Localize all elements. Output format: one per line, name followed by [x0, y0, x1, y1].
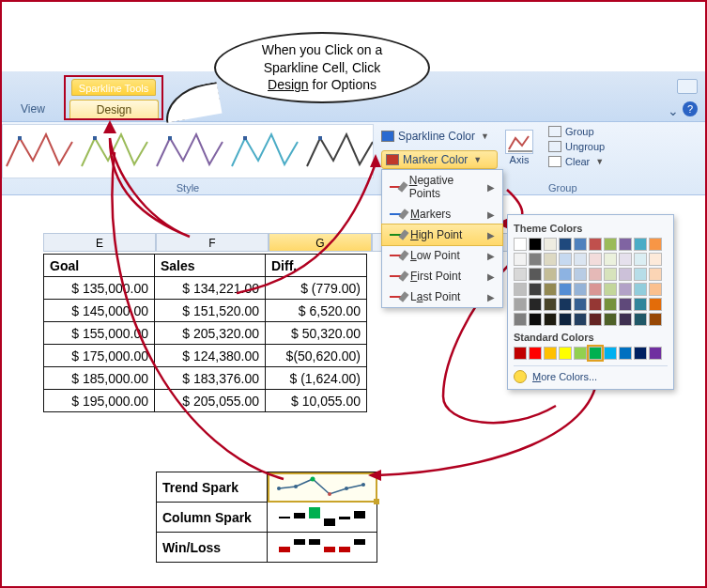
more-colors-button[interactable]: More Colors...	[514, 365, 668, 383]
theme-color-swatch[interactable]	[529, 298, 542, 311]
theme-color-swatch[interactable]	[604, 268, 617, 281]
theme-color-swatch[interactable]	[544, 283, 557, 296]
theme-color-swatch[interactable]	[514, 298, 527, 311]
trend-spark-label[interactable]: Trend Spark	[157, 472, 268, 503]
cell-goal[interactable]: $ 145,000.00	[44, 300, 155, 322]
theme-color-swatch[interactable]	[589, 238, 602, 251]
theme-color-swatch[interactable]	[559, 283, 572, 296]
theme-color-swatch[interactable]	[544, 313, 557, 326]
theme-color-swatch[interactable]	[574, 283, 587, 296]
theme-color-swatch[interactable]	[544, 268, 557, 281]
standard-color-swatch[interactable]	[559, 347, 572, 360]
theme-color-swatch[interactable]	[634, 283, 647, 296]
theme-color-swatch[interactable]	[544, 253, 557, 266]
theme-color-swatch[interactable]	[649, 313, 662, 326]
theme-color-swatch[interactable]	[634, 268, 647, 281]
standard-color-swatch[interactable]	[634, 347, 647, 360]
theme-color-swatch[interactable]	[529, 313, 542, 326]
theme-color-swatch[interactable]	[649, 283, 662, 296]
cell-goal[interactable]: $ 185,000.00	[44, 367, 155, 390]
menu-high-point[interactable]: High Point▶	[381, 224, 503, 246]
menu-low-point[interactable]: Low Point▶	[382, 245, 502, 266]
standard-color-swatch[interactable]	[649, 347, 662, 360]
column-header-E[interactable]: E	[43, 233, 156, 252]
standard-color-swatch[interactable]	[589, 347, 602, 360]
theme-color-swatch[interactable]	[544, 238, 557, 251]
theme-color-swatch[interactable]	[649, 298, 662, 311]
clear-button[interactable]: Clear▼	[548, 156, 605, 167]
theme-color-swatch[interactable]	[604, 283, 617, 296]
cell-diff[interactable]: $(50,620.00)	[266, 345, 367, 367]
theme-color-swatch[interactable]	[529, 268, 542, 281]
cell-sales[interactable]: $ 183,376.00	[155, 367, 266, 390]
theme-color-swatch[interactable]	[649, 238, 662, 251]
theme-color-swatch[interactable]	[559, 268, 572, 281]
theme-color-swatch[interactable]	[604, 253, 617, 266]
theme-color-swatch[interactable]	[529, 238, 542, 251]
theme-color-swatch[interactable]	[559, 253, 572, 266]
cell-diff[interactable]: $ 10,055.00	[266, 390, 367, 412]
theme-color-swatch[interactable]	[514, 268, 527, 281]
theme-color-swatch[interactable]	[604, 298, 617, 311]
menu-negative-points[interactable]: Negative Points▶	[382, 170, 502, 204]
theme-color-swatch[interactable]	[544, 298, 557, 311]
sparkline-color-dropdown[interactable]: Sparkline Color ▼	[381, 130, 489, 143]
theme-color-swatch[interactable]	[634, 313, 647, 326]
menu-markers[interactable]: Markers▶	[382, 204, 502, 224]
theme-color-swatch[interactable]	[514, 238, 527, 251]
winloss-cell[interactable]	[268, 533, 377, 563]
ungroup-button[interactable]: Ungroup	[548, 141, 605, 152]
theme-color-swatch[interactable]	[589, 283, 602, 296]
cell-sales[interactable]: $ 205,055.00	[155, 390, 266, 412]
theme-color-swatch[interactable]	[574, 238, 587, 251]
theme-color-swatch[interactable]	[529, 283, 542, 296]
cell-goal[interactable]: $ 175,000.00	[44, 345, 155, 367]
theme-color-swatch[interactable]	[574, 298, 587, 311]
theme-color-swatch[interactable]	[649, 253, 662, 266]
cell-sales[interactable]: $ 124,380.00	[155, 345, 266, 367]
theme-color-swatch[interactable]	[619, 253, 632, 266]
theme-color-swatch[interactable]	[604, 238, 617, 251]
theme-color-swatch[interactable]	[619, 283, 632, 296]
theme-color-swatch[interactable]	[619, 298, 632, 311]
theme-color-swatch[interactable]	[619, 313, 632, 326]
cell-goal[interactable]: $ 195,000.00	[44, 390, 155, 412]
theme-color-swatch[interactable]	[514, 283, 527, 296]
cell-diff[interactable]: $ 50,320.00	[266, 322, 367, 345]
winloss-label[interactable]: Win/Loss	[157, 533, 268, 563]
theme-color-swatch[interactable]	[604, 313, 617, 326]
theme-color-swatch[interactable]	[634, 253, 647, 266]
help-icon[interactable]: ?	[683, 101, 698, 116]
standard-color-swatch[interactable]	[514, 347, 527, 360]
theme-color-swatch[interactable]	[589, 268, 602, 281]
trend-spark-cell[interactable]	[268, 472, 377, 503]
cell-sales[interactable]: $ 151,520.00	[155, 300, 266, 322]
marker-color-dropdown[interactable]: Marker Color ▼	[381, 150, 498, 169]
standard-color-swatch[interactable]	[604, 347, 617, 360]
cell-diff[interactable]: $ (1,624.00)	[266, 367, 367, 390]
theme-color-swatch[interactable]	[589, 253, 602, 266]
cell-sales[interactable]: $ 134,221.00	[155, 277, 266, 300]
standard-color-swatch[interactable]	[574, 347, 587, 360]
column-header-F[interactable]: F	[156, 233, 269, 252]
theme-color-swatch[interactable]	[649, 268, 662, 281]
cell-goal[interactable]: $ 155,000.00	[44, 322, 155, 345]
theme-color-swatch[interactable]	[514, 253, 527, 266]
menu-last-point[interactable]: Last Point▶	[382, 286, 502, 307]
tab-view[interactable]: View	[11, 100, 54, 120]
standard-color-swatch[interactable]	[529, 347, 542, 360]
window-restore-button[interactable]	[677, 79, 698, 94]
menu-first-point[interactable]: First Point▶	[382, 266, 502, 286]
theme-color-swatch[interactable]	[574, 268, 587, 281]
header-goal[interactable]: Goal	[44, 255, 155, 277]
theme-color-swatch[interactable]	[634, 238, 647, 251]
column-spark-label[interactable]: Column Spark	[157, 503, 268, 533]
ribbon-minimize-chevron[interactable]: ⌄	[668, 103, 679, 118]
standard-color-swatch[interactable]	[619, 347, 632, 360]
axis-button[interactable]: Axis	[505, 130, 533, 165]
theme-color-swatch[interactable]	[574, 253, 587, 266]
theme-color-swatch[interactable]	[559, 238, 572, 251]
group-button[interactable]: Group	[548, 126, 605, 137]
cell-diff[interactable]: $ 6,520.00	[266, 300, 367, 322]
cell-sales[interactable]: $ 205,320.00	[155, 322, 266, 345]
